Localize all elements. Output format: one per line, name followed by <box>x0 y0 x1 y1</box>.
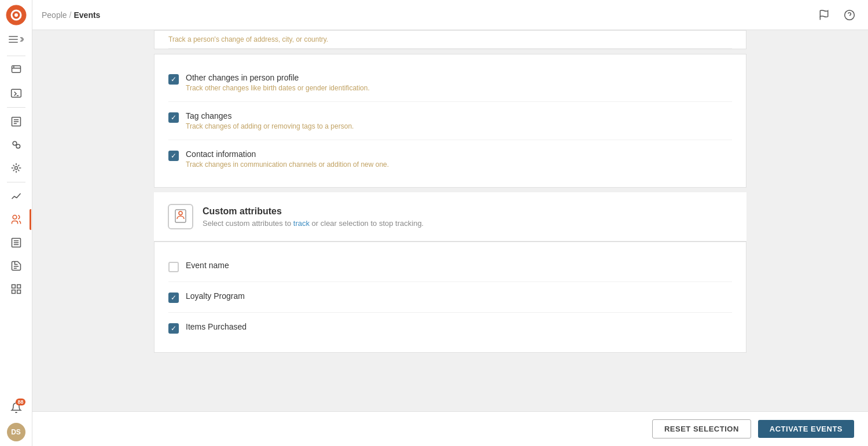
user-avatar[interactable]: DS <box>7 423 25 441</box>
svg-point-16 <box>16 144 20 148</box>
sidebar-item-chat[interactable] <box>6 60 27 81</box>
event-name-checkbox-wrapper <box>168 262 179 272</box>
profile-events-content: ✓ Other changes in person profile Track … <box>155 54 746 187</box>
other-changes-title: Other changes in person profile <box>186 73 732 82</box>
notifications-button[interactable]: 88 <box>6 397 27 418</box>
tag-changes-desc: Track changes of adding or removing tags… <box>186 122 732 130</box>
right-panel <box>746 30 868 411</box>
sidebar-item-people[interactable] <box>6 209 27 230</box>
notification-count: 88 <box>16 399 25 405</box>
sidebar-item-reports[interactable] <box>6 111 27 132</box>
footer-bar: RESET SELECTION ACTIVATE EVENTS <box>32 411 868 446</box>
tag-changes-checkbox-wrapper: ✓ <box>168 112 179 123</box>
partial-card: Track a person's change of address, city… <box>154 30 746 49</box>
sidebar-divider-2 <box>7 107 25 108</box>
sidebar-divider-1 <box>7 56 25 56</box>
activate-events-button[interactable]: ACTIVATE EVENTS <box>758 420 854 438</box>
checkbox-item-contact-info: ✓ Contact information Track changes in c… <box>168 140 732 178</box>
header-actions <box>815 6 859 24</box>
svg-rect-6 <box>12 66 20 73</box>
check-mark: ✓ <box>171 294 176 301</box>
sidebar-expand-button[interactable] <box>7 30 25 49</box>
svg-rect-5 <box>9 42 18 43</box>
other-changes-checkbox-wrapper: ✓ <box>168 74 179 85</box>
items-purchased-checkbox-wrapper: ✓ <box>168 323 179 334</box>
custom-attributes-icon <box>168 204 193 229</box>
breadcrumb: People / Events <box>42 10 100 20</box>
check-mark: ✓ <box>171 114 176 121</box>
app-logo[interactable] <box>6 5 27 25</box>
loyalty-text: Loyalty Program <box>186 291 732 302</box>
partial-card-text: Track a person's change of address, city… <box>168 35 732 49</box>
breadcrumb-separator: / <box>69 10 72 20</box>
other-changes-desc: Track other changes like birth dates or … <box>186 84 732 92</box>
contact-info-title: Contact information <box>186 149 732 159</box>
sidebar-item-segments[interactable] <box>6 134 27 155</box>
checkbox-item-other-changes: ✓ Other changes in person profile Track … <box>168 64 732 102</box>
svg-rect-3 <box>9 36 18 37</box>
checkbox-item-tag-changes: ✓ Tag changes Track changes of adding or… <box>168 102 732 140</box>
svg-point-33 <box>179 211 182 215</box>
main-wrapper: People / Events <box>32 0 868 446</box>
sidebar-item-lists[interactable] <box>6 232 27 253</box>
contact-info-checkbox-wrapper: ✓ <box>168 151 179 161</box>
svg-point-30 <box>845 10 855 20</box>
custom-attributes-content: Event name ✓ Loyalty Program <box>155 242 746 352</box>
check-mark: ✓ <box>171 76 176 83</box>
contact-info-text: Contact information Track changes in com… <box>186 149 732 169</box>
sidebar-item-grid[interactable] <box>6 279 27 299</box>
main-content: Track a person's change of address, city… <box>154 30 746 411</box>
help-icon[interactable] <box>840 6 859 24</box>
breadcrumb-parent[interactable]: People <box>42 10 67 20</box>
app-header: People / Events <box>32 0 868 30</box>
svg-point-15 <box>13 141 17 145</box>
other-changes-checkbox[interactable]: ✓ <box>168 74 179 85</box>
svg-rect-4 <box>9 39 18 40</box>
tag-changes-title: Tag changes <box>186 111 732 120</box>
sidebar-item-automation[interactable] <box>6 158 27 178</box>
flag-icon[interactable] <box>815 6 833 24</box>
checkbox-item-items-purchased: ✓ Items Purchased <box>168 313 732 343</box>
breadcrumb-current: Events <box>73 10 100 20</box>
event-name-label: Event name <box>186 261 732 270</box>
event-name-text: Event name <box>186 261 732 272</box>
other-changes-text: Other changes in person profile Track ot… <box>186 73 732 92</box>
custom-attributes-title: Custom attributes <box>203 206 424 217</box>
svg-rect-25 <box>12 285 15 288</box>
sidebar-divider-3 <box>7 182 25 182</box>
svg-point-17 <box>14 167 17 170</box>
svg-rect-27 <box>12 290 15 294</box>
contact-info-desc: Track changes in communication channels … <box>186 160 732 169</box>
custom-attributes-header: Custom attributes Select custom attribut… <box>154 192 746 242</box>
sidebar-item-terminal[interactable] <box>6 83 27 104</box>
custom-attributes-desc: Select custom attributes to track or cle… <box>203 219 424 228</box>
custom-attributes-card: Event name ✓ Loyalty Program <box>154 242 746 353</box>
tag-changes-text: Tag changes Track changes of adding or r… <box>186 111 732 130</box>
tag-changes-checkbox[interactable]: ✓ <box>168 112 179 123</box>
custom-attributes-text: Custom attributes Select custom attribut… <box>203 206 424 228</box>
check-mark: ✓ <box>171 325 176 332</box>
check-mark: ✓ <box>171 152 176 159</box>
sidebar-item-analytics[interactable] <box>6 186 27 207</box>
svg-rect-28 <box>17 290 20 294</box>
items-purchased-text: Items Purchased <box>186 322 732 333</box>
items-purchased-label: Items Purchased <box>186 322 732 331</box>
svg-point-18 <box>13 215 17 220</box>
sidebar: 88 DS <box>0 0 32 446</box>
checkbox-item-event-name: Event name <box>168 251 732 282</box>
profile-events-card: ✓ Other changes in person profile Track … <box>154 54 746 188</box>
reset-selection-button[interactable]: RESET SELECTION <box>652 419 751 438</box>
sidebar-bottom: 88 DS <box>6 397 27 441</box>
left-panel <box>32 30 154 411</box>
loyalty-label: Loyalty Program <box>186 291 732 301</box>
content-area: Track a person's change of address, city… <box>32 30 868 411</box>
svg-rect-26 <box>17 285 20 288</box>
loyalty-checkbox-wrapper: ✓ <box>168 293 179 303</box>
loyalty-checkbox[interactable]: ✓ <box>168 293 179 303</box>
sidebar-item-forms[interactable] <box>6 255 27 276</box>
items-purchased-checkbox[interactable]: ✓ <box>168 323 179 334</box>
event-name-checkbox[interactable] <box>168 262 179 272</box>
checkbox-item-loyalty: ✓ Loyalty Program <box>168 282 732 313</box>
svg-point-2 <box>14 13 18 17</box>
contact-info-checkbox[interactable]: ✓ <box>168 151 179 161</box>
